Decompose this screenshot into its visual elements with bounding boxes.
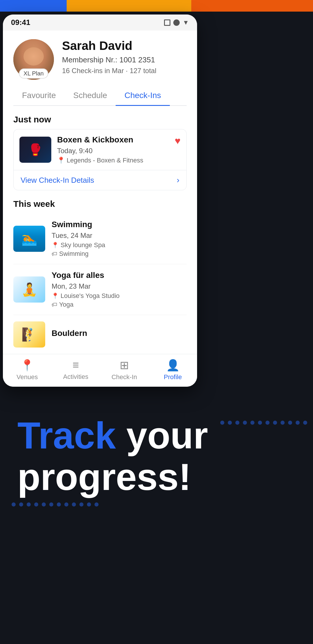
- tab-checkins[interactable]: Check-Ins: [116, 86, 170, 105]
- profile-icon: 👤: [166, 359, 180, 372]
- dot: [235, 421, 239, 425]
- phone-mockup: 09:41 ▼ XL Plan Sarah David Membership N…: [3, 15, 197, 387]
- dots-right: [220, 421, 313, 425]
- boulder-thumb-image: [13, 321, 45, 348]
- progress-text: progress!: [17, 456, 191, 498]
- view-checkin-details[interactable]: View Check-In Details ›: [14, 170, 186, 190]
- dots-bottom: [12, 502, 99, 506]
- activities-icon: ≡: [72, 359, 79, 371]
- like-icon[interactable]: ♥: [175, 135, 181, 146]
- activity-item-yoga: Yoga für alles Mon, 23 Mar 📍 Louise's Yo…: [13, 264, 187, 315]
- this-week-title: This week: [13, 190, 187, 214]
- swimming-tag: 🏷 Swimming: [52, 250, 187, 258]
- dot-b: [34, 502, 38, 506]
- dot-b: [49, 502, 53, 506]
- content-area: Just now Boxen & Kickboxen Today, 9:40 📍…: [3, 106, 197, 354]
- dot: [228, 421, 232, 425]
- bouldern-title: Bouldern: [52, 329, 187, 338]
- status-icons: ▼: [164, 19, 189, 26]
- checkin-time: Today, 9:40: [57, 147, 181, 155]
- dot-b: [27, 502, 31, 506]
- dot: [250, 421, 254, 425]
- yoga-tag: 🏷 Yoga: [52, 301, 187, 308]
- swimming-title: Swimming: [52, 220, 187, 229]
- profile-info: Sarah David Membership Nr.: 1001 2351 16…: [62, 39, 156, 75]
- dot: [281, 421, 285, 425]
- avatar-wrapper: XL Plan: [13, 39, 54, 80]
- nav-venues[interactable]: 📍 Venues: [3, 359, 52, 381]
- activities-label: Activities: [63, 373, 88, 381]
- track-rest: your: [116, 414, 208, 457]
- yoga-location-icon: 📍: [52, 292, 59, 299]
- dot-b: [64, 502, 68, 506]
- checkin-icon: ⊞: [120, 359, 129, 372]
- boxing-thumbnail: [19, 137, 51, 163]
- nav-checkin[interactable]: ⊞ Check-In: [100, 359, 149, 381]
- top-bar-blue: [0, 0, 67, 12]
- nav-profile[interactable]: 👤 Profile: [149, 359, 197, 381]
- dot-b: [57, 502, 61, 506]
- yoga-info: Yoga für alles Mon, 23 Mar 📍 Louise's Yo…: [52, 271, 187, 308]
- bouldern-thumbnail: [13, 321, 45, 348]
- just-now-title: Just now: [13, 106, 187, 129]
- yoga-thumbnail: [13, 276, 45, 303]
- dot: [258, 421, 262, 425]
- tab-schedule[interactable]: Schedule: [65, 86, 116, 105]
- yoga-title: Yoga für alles: [52, 271, 187, 280]
- dot: [243, 421, 247, 425]
- wifi-icon: ▼: [183, 19, 189, 26]
- dot-b: [12, 502, 16, 506]
- yoga-tag-icon: 🏷: [52, 301, 57, 308]
- swimming-thumbnail: [13, 226, 45, 252]
- checkin-count: 16 Check-ins in Mar · 127 total: [62, 67, 156, 75]
- pin-icon: 📍: [57, 157, 65, 164]
- battery-icon: [164, 19, 170, 26]
- dot: [220, 421, 224, 425]
- nav-activities[interactable]: ≡ Activities: [52, 359, 100, 381]
- dot-b: [79, 502, 83, 506]
- bottom-section: Track your progress!: [0, 392, 313, 515]
- tab-favourite[interactable]: Favourite: [13, 86, 65, 105]
- top-bars: [0, 0, 313, 12]
- activity-item-swimming: Swimming Tues, 24 Mar 📍 Sky lounge Spa 🏷…: [13, 214, 187, 264]
- dot-b: [72, 502, 76, 506]
- dot: [288, 421, 292, 425]
- dot-b: [19, 502, 23, 506]
- swimming-venue: 📍 Sky lounge Spa: [52, 241, 187, 249]
- dot-b: [94, 502, 99, 506]
- swimming-date: Tues, 24 Mar: [52, 231, 187, 240]
- tabs: Favourite Schedule Check-Ins: [13, 86, 187, 106]
- checkin-item: Boxen & Kickboxen Today, 9:40 📍 Legends …: [14, 129, 186, 170]
- bouldern-info: Bouldern: [52, 329, 187, 340]
- headline-text: Track your progress!: [17, 415, 296, 498]
- plan-badge: XL Plan: [19, 68, 48, 79]
- checkin-info: Boxen & Kickboxen Today, 9:40 📍 Legends …: [57, 135, 181, 164]
- dot: [273, 421, 277, 425]
- profile-name: Sarah David: [62, 39, 156, 53]
- location-pin-icon: 📍: [52, 242, 59, 249]
- status-time: 09:41: [11, 18, 30, 27]
- profile-label: Profile: [164, 373, 182, 381]
- bottom-nav: 📍 Venues ≡ Activities ⊞ Check-In 👤 Profi…: [3, 354, 197, 387]
- dot: [303, 421, 307, 425]
- signal-icon: [173, 19, 180, 26]
- activity-item-bouldern: Bouldern: [13, 315, 187, 354]
- dot: [265, 421, 270, 425]
- yoga-thumb-image: [13, 276, 45, 303]
- membership-number: Membership Nr.: 1001 2351: [62, 55, 156, 64]
- checkin-activity-name: Boxen & Kickboxen: [57, 135, 181, 144]
- checkin-card: Boxen & Kickboxen Today, 9:40 📍 Legends …: [13, 129, 187, 190]
- top-bar-orange2: [191, 0, 313, 12]
- chevron-right-icon: ›: [177, 176, 179, 185]
- venues-icon: 📍: [20, 359, 34, 372]
- swimming-thumb-image: [13, 226, 45, 252]
- checkin-location: 📍 Legends - Boxen & Fitness: [57, 157, 181, 164]
- top-bar-orange1: [67, 0, 191, 12]
- dot: [296, 421, 300, 425]
- tag-icon: 🏷: [52, 251, 57, 257]
- status-bar: 09:41 ▼: [3, 15, 197, 30]
- checkin-label: Check-In: [112, 373, 137, 381]
- checkin-thumbnail: [19, 137, 51, 163]
- profile-header: XL Plan Sarah David Membership Nr.: 1001…: [3, 30, 197, 86]
- yoga-date: Mon, 23 Mar: [52, 282, 187, 290]
